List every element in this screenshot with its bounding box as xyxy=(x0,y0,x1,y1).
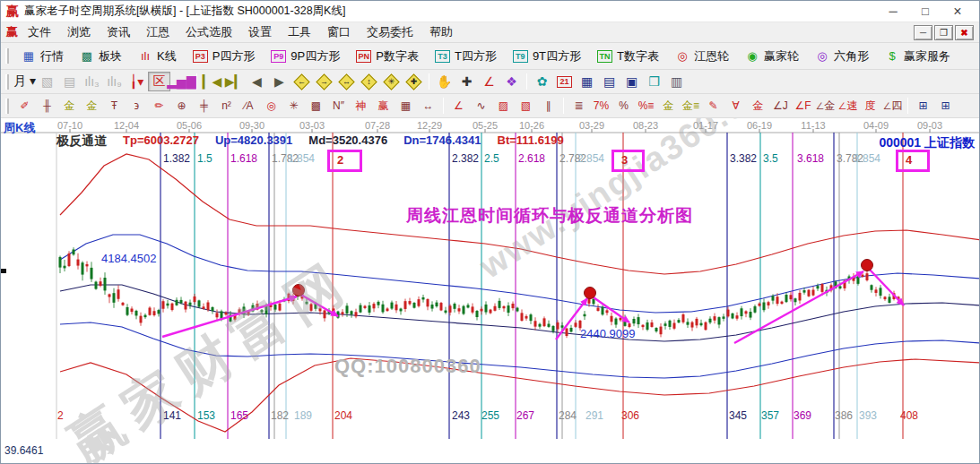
percent-lines-icon[interactable]: %≡ xyxy=(635,96,657,116)
gold-ratio-icon[interactable]: 金 xyxy=(58,96,81,116)
period-month-dropdown[interactable]: 月 ▾ xyxy=(13,72,36,91)
angle-speed-icon[interactable]: ∠速 xyxy=(837,96,859,116)
grid-yellow-icon[interactable]: ⊞ xyxy=(912,96,934,116)
nav-prev-button[interactable]: ◀ xyxy=(246,72,268,91)
p-number-table-icon-button[interactable]: PN P数字表 xyxy=(348,46,427,67)
angle-gold-icon[interactable]: ∠金 xyxy=(814,96,837,116)
maximize-button[interactable]: □ xyxy=(909,4,941,18)
star-web-icon[interactable]: ✳ xyxy=(282,96,305,116)
diamond-star-icon[interactable]: ✳ xyxy=(380,72,403,91)
pencil-icon[interactable]: ✏ xyxy=(148,96,170,116)
volume-histogram-icon[interactable]: ▂▅▇ xyxy=(170,72,193,91)
red-grid-icon[interactable]: ▨ xyxy=(492,96,515,116)
gold-lines-icon[interactable]: 金≡ xyxy=(680,96,702,116)
candle-pencil-icon[interactable]: ✎ xyxy=(702,96,724,116)
menu-item[interactable]: 设置 xyxy=(240,23,280,41)
hexagon-icon-button[interactable]: ◎ 六角形 xyxy=(807,46,877,67)
quotes-grid-icon-button[interactable]: ▦ 行情 xyxy=(13,46,72,67)
angle-four-icon[interactable]: ∠四 xyxy=(881,96,904,116)
menu-item[interactable]: 江恩 xyxy=(138,23,178,41)
gann-grid-icon[interactable]: ╫ xyxy=(36,96,58,116)
brush-icon[interactable]: ✐ xyxy=(13,96,36,116)
report-icon[interactable]: ▤ xyxy=(58,72,81,91)
time-circle-icon[interactable]: ⊕ xyxy=(170,96,193,116)
save-icon[interactable]: ▣ xyxy=(620,72,643,91)
red-grid2-icon[interactable]: ▧ xyxy=(515,96,537,116)
width-measure-icon[interactable]: ↔ xyxy=(417,96,439,116)
degree-icon[interactable]: 度 xyxy=(859,96,881,116)
angle-f-icon[interactable]: ∠F xyxy=(792,96,814,116)
mdi-restore-button[interactable]: ❐ xyxy=(934,25,953,40)
mdi-close-button[interactable]: ✖ xyxy=(955,25,974,40)
gold-underline-icon[interactable]: 金 xyxy=(747,96,769,116)
nav-next-button[interactable]: ▶ xyxy=(268,72,291,91)
ax-lines-icon[interactable]: ∀ xyxy=(724,96,747,116)
diamond-plus-icon[interactable]: ✚ xyxy=(403,72,425,91)
grid-123-icon[interactable]: ▦ xyxy=(395,96,417,116)
web-grid-icon[interactable]: ▩ xyxy=(305,96,327,116)
angle-a-icon[interactable]: ∕A xyxy=(238,96,260,116)
pattern-icon[interactable]: ✿ xyxy=(531,72,553,91)
notepad-icon[interactable]: ▤ xyxy=(598,72,620,91)
menu-item[interactable]: 帮助 xyxy=(421,23,461,41)
diamond-v-expand-icon[interactable]: ↕ xyxy=(358,72,380,91)
winner-wheel-icon-button[interactable]: ◉ 赢家轮 xyxy=(737,46,807,67)
angle-measure-icon[interactable]: ∠ xyxy=(478,72,500,91)
diamond-right-arrow-icon[interactable]: → xyxy=(313,72,335,91)
mdi-minimize-button[interactable]: ─ xyxy=(914,25,932,40)
t-square-icon-button[interactable]: T3 T四方形 xyxy=(427,46,505,67)
angle-j-icon[interactable]: ∠J xyxy=(769,96,792,116)
gold-ratio2-icon[interactable]: 金 xyxy=(81,96,103,116)
f-line-icon[interactable]: Ŧ xyxy=(103,96,126,116)
p-square-icon-button[interactable]: P3 P四方形 xyxy=(185,46,264,67)
workstation-icon[interactable]: ▥ xyxy=(665,72,688,91)
diamond-h-expand-icon[interactable]: ↔ xyxy=(335,72,358,91)
nav-last-button[interactable]: ▶▎ xyxy=(223,72,246,91)
n-quote-icon[interactable]: N″ xyxy=(327,96,350,116)
calendar-21-icon[interactable]: 21 xyxy=(553,72,576,91)
close-button[interactable]: × xyxy=(941,4,974,20)
flower-grid-icon[interactable]: ❖ xyxy=(500,72,523,91)
crosshair-icon[interactable]: ✚ xyxy=(455,72,478,91)
p9-square-icon-button[interactable]: P9 9P四方形 xyxy=(263,46,348,67)
menu-item[interactable]: 工具 xyxy=(280,23,319,41)
grid-yellow2-icon[interactable]: ⊞ xyxy=(934,96,957,116)
percent7-icon[interactable]: 7% xyxy=(590,96,612,116)
shen-icon[interactable]: 神 xyxy=(350,96,372,116)
export-icon[interactable]: ❒ xyxy=(643,72,665,91)
kline-icon-button[interactable]: ılı K线 xyxy=(130,46,185,67)
hash-lines-icon[interactable]: ╪ xyxy=(193,96,215,116)
n-squared-icon[interactable]: n² xyxy=(215,96,238,116)
spiral-icon[interactable]: ϶ xyxy=(126,96,148,116)
t-number-table-icon-button[interactable]: TN T数字表 xyxy=(589,46,667,67)
candle-style-dropdown[interactable]: ╽▾ xyxy=(126,72,148,91)
fan-lines-icon[interactable]: ∠ xyxy=(447,96,470,116)
minimize-button[interactable]: ─ xyxy=(877,4,909,18)
diamond-left-arrow-icon[interactable]: ← xyxy=(291,72,313,91)
price-scale-icon[interactable]: ≣ xyxy=(568,96,590,116)
parallel-lines-icon[interactable]: ∥ xyxy=(537,96,559,116)
menu-item[interactable]: 交易委托 xyxy=(359,23,421,41)
hand-pan-icon[interactable]: ✋ xyxy=(433,72,455,91)
toolbar-grip[interactable] xyxy=(5,74,9,90)
nav-first-button[interactable]: ▎◀ xyxy=(201,72,223,91)
bars-3-icon[interactable]: ılı₃ xyxy=(81,72,103,91)
bars-9-icon[interactable]: ılı₉ xyxy=(103,72,126,91)
gann-wheel-icon-button[interactable]: ◎ 江恩轮 xyxy=(667,46,737,67)
menu-item[interactable]: 公式选股 xyxy=(178,23,240,41)
winner-service-icon-button[interactable]: $ 赢家服务 xyxy=(877,46,958,67)
target-icon[interactable]: ◎ xyxy=(260,96,282,116)
percent-icon[interactable]: % xyxy=(612,96,635,116)
gold-circle-icon[interactable]: 金 xyxy=(657,96,680,116)
calculator-icon[interactable]: ▦ xyxy=(576,72,598,91)
toolbar-grip[interactable] xyxy=(5,48,9,64)
menu-item[interactable]: 窗口 xyxy=(319,23,359,41)
sectors-icon-button[interactable]: ▩ 板块 xyxy=(72,46,130,67)
chart-area[interactable]: 赢家财富网 www.yingjia360.com 周K线 07-1012-040… xyxy=(1,118,979,464)
menu-item[interactable]: 浏览 xyxy=(59,23,99,41)
t9-square-icon-button[interactable]: T9 9T四方形 xyxy=(505,46,589,67)
toolbar-grip[interactable] xyxy=(5,99,9,114)
ying-icon[interactable]: 赢 xyxy=(372,96,395,116)
overview-icon[interactable]: ▧ xyxy=(36,72,58,91)
menu-item[interactable]: 资讯 xyxy=(99,23,138,41)
